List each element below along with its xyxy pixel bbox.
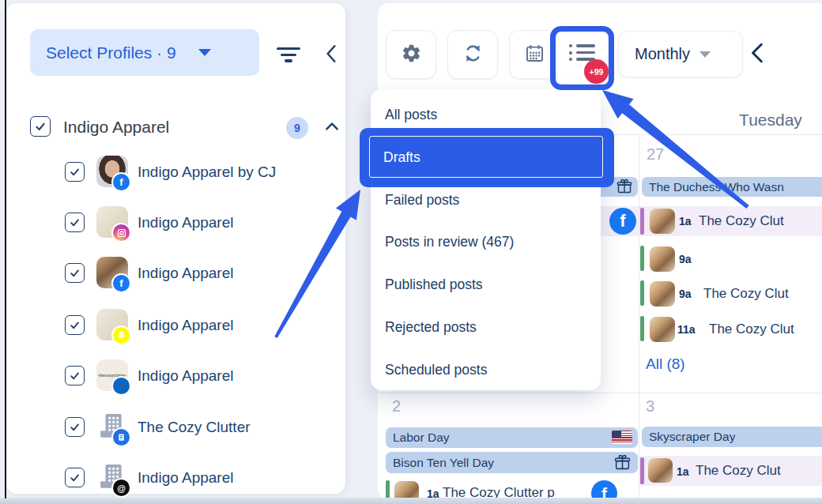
post-thumbnail bbox=[650, 209, 675, 234]
profile-checkbox[interactable] bbox=[65, 315, 85, 335]
calendar-post[interactable]: 1a The Cozy Clut bbox=[639, 456, 822, 486]
post-title: The Cozy Clut bbox=[699, 213, 822, 229]
menu-item-published-posts[interactable]: Published posts bbox=[385, 274, 483, 295]
profile-label: Indigo Apparel bbox=[138, 469, 234, 487]
window-left-edge bbox=[5, 0, 6, 498]
calendar-post[interactable]: 1a The Cozy Clut bbox=[639, 206, 822, 236]
post-status-bar bbox=[640, 208, 644, 235]
chevron-down-icon bbox=[198, 49, 211, 56]
group-checkbox[interactable] bbox=[30, 116, 51, 137]
post-status-bar bbox=[640, 316, 644, 341]
profile-label: Indigo Apparel bbox=[138, 317, 234, 334]
settings-button[interactable] bbox=[386, 30, 436, 79]
holiday-strip[interactable]: The Duchess Who Wasn bbox=[642, 177, 822, 197]
avatar: f bbox=[96, 257, 128, 288]
profile-label: Indigo Apparel bbox=[138, 214, 234, 231]
check-icon bbox=[34, 120, 47, 133]
post-time: 9a bbox=[679, 288, 692, 300]
post-status-bar bbox=[640, 246, 644, 271]
avatar: @ bbox=[96, 461, 128, 493]
show-all-posts-link[interactable]: All (8) bbox=[646, 355, 685, 373]
annotation-box-list-button bbox=[550, 26, 614, 90]
gift-icon bbox=[613, 453, 632, 475]
post-thumbnail bbox=[650, 281, 675, 307]
select-profiles-dropdown[interactable]: Select Profiles · 9 bbox=[30, 29, 259, 76]
snapchat-badge-icon bbox=[111, 325, 131, 345]
refresh-icon bbox=[462, 43, 484, 67]
threads-badge-icon: @ bbox=[111, 478, 131, 498]
collapse-sidebar-button[interactable] bbox=[324, 43, 338, 67]
instagram-badge-icon bbox=[111, 223, 131, 243]
view-mode-label: Monthly bbox=[635, 45, 690, 63]
calendar-post[interactable]: 11a The Cozy Clut bbox=[639, 314, 822, 343]
holiday-strip[interactable]: Labor Day bbox=[386, 427, 638, 448]
menu-item-drafts-highlighted[interactable]: Drafts bbox=[360, 128, 614, 187]
calendar-icon bbox=[524, 43, 545, 67]
select-profiles-label: Select Profiles · 9 bbox=[46, 43, 176, 62]
group-count-badge: 9 bbox=[286, 117, 308, 139]
profile-label: Indigo Apparel bbox=[138, 265, 234, 282]
post-time: 9a bbox=[679, 253, 692, 265]
post-thumbnail bbox=[650, 246, 675, 272]
menu-item-failed-posts[interactable]: Failed posts bbox=[385, 190, 459, 210]
post-status-bar bbox=[640, 457, 644, 484]
post-thumbnail bbox=[648, 458, 673, 483]
profile-checkbox[interactable] bbox=[65, 162, 85, 182]
linkedin-badge-icon: in bbox=[111, 376, 131, 396]
gift-icon bbox=[616, 178, 633, 198]
profile-checkbox[interactable] bbox=[65, 468, 85, 487]
post-time: 11a bbox=[677, 323, 696, 336]
refresh-button[interactable] bbox=[447, 30, 498, 79]
profile-checkbox[interactable] bbox=[65, 213, 85, 232]
chevron-left-icon bbox=[749, 53, 767, 66]
post-status-bar bbox=[640, 280, 644, 306]
week-divider bbox=[378, 393, 822, 393]
holiday-label: Labor Day bbox=[393, 431, 450, 445]
calendar-post[interactable]: 9a The Cozy Clut bbox=[639, 279, 822, 307]
facebook-badge-icon: f bbox=[111, 172, 131, 192]
calendar-prev-button[interactable] bbox=[749, 42, 767, 67]
google-business-badge-icon bbox=[111, 427, 131, 447]
holiday-label: Skyscraper Day bbox=[649, 430, 735, 444]
holiday-label: Bison Ten Yell Day bbox=[393, 456, 494, 470]
profile-checkbox[interactable] bbox=[65, 263, 85, 283]
profile-checkbox[interactable] bbox=[65, 417, 85, 437]
avatar: -thecozyclutter- in bbox=[96, 359, 128, 391]
day-number: 27 bbox=[647, 145, 664, 164]
avatar bbox=[96, 206, 128, 238]
holiday-strip[interactable]: Skyscraper Day bbox=[642, 427, 822, 447]
facebook-icon: f bbox=[609, 208, 636, 235]
gear-icon bbox=[401, 43, 422, 67]
avatar bbox=[96, 309, 128, 340]
facebook-badge-icon: f bbox=[111, 273, 131, 293]
group-label: Indigo Apparel bbox=[63, 118, 169, 137]
app-window: +99 Monthly Tuesday 27 The Duchess Who W… bbox=[0, 0, 822, 504]
avatar bbox=[96, 411, 128, 442]
day-number: 3 bbox=[646, 397, 654, 416]
post-time: 1a bbox=[677, 465, 689, 478]
us-flag-icon bbox=[612, 431, 632, 444]
post-title: The Cozy Clut bbox=[703, 286, 822, 302]
menu-item-scheduled-posts[interactable]: Scheduled posts bbox=[385, 359, 487, 380]
post-title: The Cozy Clut bbox=[709, 322, 822, 337]
filter-icon[interactable] bbox=[276, 47, 301, 66]
chevron-up-icon bbox=[324, 121, 340, 132]
menu-item-all-posts[interactable]: All posts bbox=[385, 104, 437, 125]
profile-label: Indigo Apparel bbox=[138, 367, 234, 385]
menu-item-rejected-posts[interactable]: Rejected posts bbox=[385, 317, 477, 337]
menu-item-drafts-label: Drafts bbox=[383, 149, 420, 166]
collapse-group-button[interactable] bbox=[324, 121, 340, 135]
profile-label: The Cozy Clutter bbox=[138, 419, 251, 436]
profile-checkbox[interactable] bbox=[65, 366, 85, 386]
window-bottom-edge bbox=[0, 498, 822, 504]
chevron-down-icon bbox=[699, 51, 711, 58]
chevron-left-icon bbox=[324, 43, 338, 64]
post-title: The Cozy Clut bbox=[696, 463, 822, 479]
view-mode-dropdown[interactable]: Monthly bbox=[618, 31, 743, 77]
menu-item-posts-in-review[interactable]: Posts in review (467) bbox=[385, 231, 514, 252]
weekday-header: Tuesday bbox=[688, 111, 822, 130]
holiday-label: The Duchess Who Wasn bbox=[649, 180, 784, 194]
post-time: 1a bbox=[679, 215, 692, 228]
holiday-strip[interactable]: Bison Ten Yell Day bbox=[386, 452, 638, 473]
calendar-post[interactable]: 9a bbox=[639, 244, 822, 273]
